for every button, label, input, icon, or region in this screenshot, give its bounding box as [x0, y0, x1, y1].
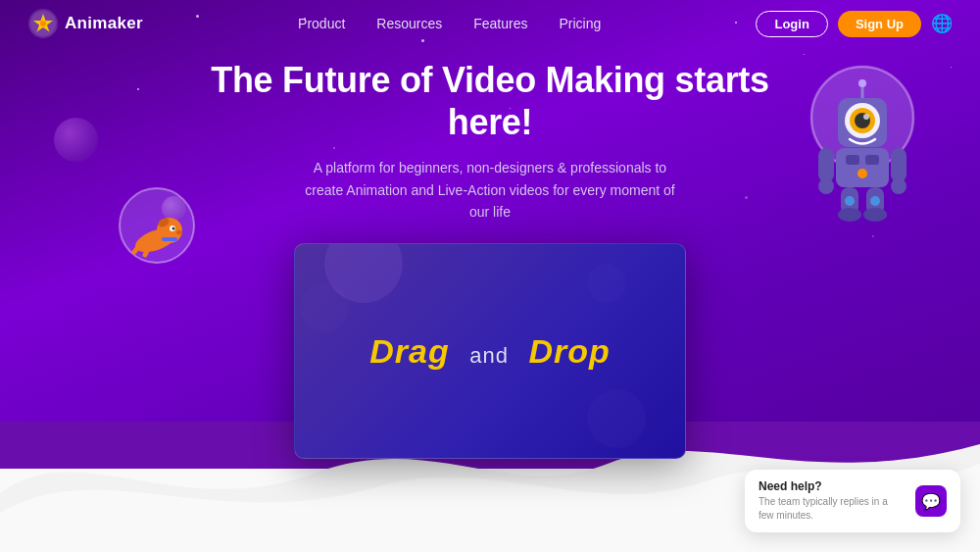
nav-actions: Login Sign Up 🌐: [756, 11, 953, 37]
svg-rect-11: [162, 237, 177, 241]
dog-character: [113, 181, 201, 270]
nav-resources[interactable]: Resources: [376, 16, 442, 31]
svg-rect-24: [865, 155, 879, 165]
hero-subtitle: A platform for beginners, non-designers …: [294, 157, 686, 223]
language-globe-icon[interactable]: 🌐: [931, 13, 953, 34]
svg-rect-26: [818, 148, 834, 182]
video-preview-inner: Drag and Drop: [295, 244, 685, 458]
chat-title: Need help?: [759, 479, 906, 493]
svg-point-33: [863, 208, 887, 222]
nav-pricing[interactable]: Pricing: [560, 16, 602, 31]
drop-word: Drop: [528, 332, 610, 370]
drag-word: Drag: [369, 332, 449, 370]
nav-links: Product Resources Features Pricing: [298, 16, 601, 31]
svg-point-21: [858, 79, 866, 87]
nav-product[interactable]: Product: [298, 16, 345, 31]
and-word: and: [469, 343, 509, 368]
svg-rect-22: [836, 148, 889, 187]
svg-point-19: [863, 114, 869, 120]
robot-character: [799, 54, 926, 230]
hero-title: The Future of Video Making starts here!: [186, 59, 794, 143]
svg-point-25: [858, 169, 867, 178]
svg-point-4: [120, 188, 194, 263]
drag-drop-text: Drag and Drop: [369, 332, 610, 371]
svg-point-28: [818, 178, 834, 194]
svg-point-32: [838, 208, 861, 222]
logo-text: Animaker: [65, 14, 143, 33]
login-button[interactable]: Login: [756, 11, 827, 37]
logo-icon: [27, 8, 59, 39]
svg-rect-27: [891, 148, 906, 182]
logo[interactable]: Animaker: [27, 8, 143, 39]
svg-point-10: [176, 230, 182, 234]
chat-open-button[interactable]: 💬: [915, 485, 947, 517]
svg-point-9: [172, 227, 175, 230]
svg-point-34: [845, 196, 855, 206]
chat-bubble-icon: 💬: [921, 492, 941, 511]
chat-text-block: Need help? The team typically replies in…: [759, 479, 906, 523]
svg-rect-23: [846, 155, 859, 165]
chat-widget[interactable]: Need help? The team typically replies in…: [745, 470, 960, 532]
svg-point-35: [870, 196, 880, 206]
svg-point-29: [891, 178, 906, 194]
svg-point-3: [40, 21, 46, 26]
navbar: Animaker Product Resources Features Pric…: [0, 0, 980, 47]
signup-button[interactable]: Sign Up: [838, 11, 921, 37]
video-preview[interactable]: Drag and Drop: [294, 243, 686, 459]
nav-features[interactable]: Features: [473, 16, 527, 31]
chat-subtitle: The team typically replies in a few minu…: [759, 495, 906, 523]
